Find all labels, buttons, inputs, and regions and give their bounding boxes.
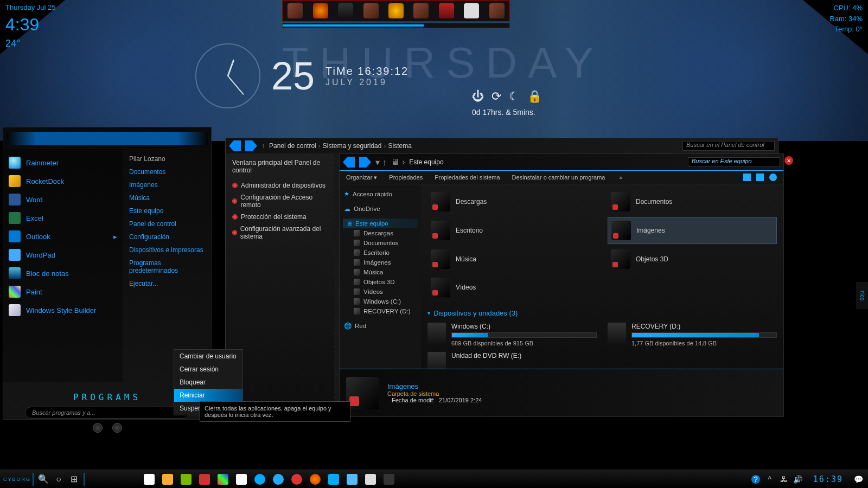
tree-onedrive[interactable]: OneDrive [343,203,418,214]
folder-item[interactable]: Documentos [608,189,777,215]
taskbar-app-generic[interactable] [344,472,360,487]
address-bar[interactable]: Este equipo [409,158,443,166]
taskbar-clock[interactable]: 16:39 [808,474,848,484]
start-power-menu-button[interactable] [112,423,122,433]
start-app-rainmeter[interactable]: Rainmeter [7,153,119,172]
taskbar-app-generic[interactable] [381,472,397,487]
lock-icon[interactable]: 🔒 [527,89,542,104]
close-button[interactable]: ✕ [784,156,793,165]
devices-section-header[interactable]: Dispositivos y unidades (3) [427,309,777,317]
start-app-excel[interactable]: Excel [7,209,119,227]
tray-help-icon[interactable]: ? [751,475,760,484]
dock-item[interactable] [489,3,505,18]
taskbar-app-maxthon[interactable] [326,472,342,487]
tree-item[interactable]: RECOVERY (D:) [353,306,418,316]
taskbar-app-generic[interactable] [215,472,231,487]
tray-network-icon[interactable]: 🖧 [780,475,788,484]
tree-item[interactable]: Imágenes [353,258,418,267]
tree-network[interactable]: 🌐 Red [343,320,418,331]
start-app-bloc-de-notas[interactable]: Bloc de notas [7,264,119,282]
start-place-link[interactable]: Música [128,191,206,204]
tree-item[interactable]: Escritorio [353,248,418,258]
cp-side-link[interactable]: Configuración de Acceso remoto [232,191,328,211]
taskbar-app-ccleaner[interactable] [289,472,305,487]
start-place-link[interactable]: Este equipo [128,204,206,217]
taskbar-app-nvidia[interactable] [178,472,194,487]
back-button[interactable] [343,157,355,168]
sleep-icon[interactable]: ☾ [509,89,520,104]
folder-item[interactable]: Imágenes [608,217,777,244]
toolbar-properties[interactable]: Propiedades [389,174,423,181]
taskbar-app-store[interactable] [141,472,157,487]
toolbar-sysproperties[interactable]: Propiedades del sistema [435,174,500,181]
taskbar-app-firefox[interactable] [307,472,323,487]
toolbar-uninstall[interactable]: Desinstalar o cambiar un programa [512,174,605,181]
folder-item[interactable]: Música [427,246,597,272]
start-place-link[interactable]: Dispositivos e impresoras [128,243,206,256]
taskbar-app-generic[interactable] [196,472,213,487]
right-edge-tab[interactable]: nico [856,282,868,309]
start-power-button[interactable] [93,423,103,433]
dock-item[interactable] [439,3,454,18]
tree-item[interactable]: Música [353,267,418,277]
tree-item[interactable]: Descargas [353,228,418,238]
drive-item[interactable]: RECOVERY (D:)1,77 GB disponibles de 14,8… [608,323,777,346]
dock-item[interactable] [464,3,479,18]
power-menu-item[interactable]: Cambiar de usuario [174,350,242,363]
start-place-link[interactable]: Documentos [128,165,206,178]
cp-search-input[interactable]: Buscar en el Panel de control [682,141,775,151]
tree-item[interactable]: Documentos [353,238,418,248]
start-app-word[interactable]: Word [7,190,119,209]
start-app-windows-style-builder[interactable]: Windows Style Builder [7,301,119,319]
taskbar-app-mail[interactable] [233,472,250,487]
start-app-outlook[interactable]: Outlook▸ [7,227,119,246]
taskview-icon[interactable]: ⊞ [66,472,81,487]
folder-item[interactable]: Descargas [427,189,597,215]
explorer-search-input[interactable]: Buscar en Este equipo [688,157,780,167]
start-place-link[interactable]: Configuración [128,230,206,243]
help-icon[interactable] [769,174,777,181]
tray-chevron-up-icon[interactable]: ^ [765,475,774,484]
start-app-paint[interactable]: Paint [7,282,119,301]
tray-notifications-icon[interactable]: 💬 [854,475,863,484]
taskbar-app-generic[interactable] [159,472,176,487]
tree-quick-access[interactable]: Acceso rápido [343,189,418,199]
tree-this-pc[interactable]: Este equipo [343,219,418,228]
power-menu-item[interactable]: Cerrar sesión [174,363,242,376]
start-place-link[interactable]: Imágenes [128,178,206,191]
folder-item[interactable]: Escritorio [427,217,597,244]
toolbar-more[interactable]: » [619,174,622,181]
search-icon[interactable]: 🔍 [36,472,51,487]
cp-side-link[interactable]: Administrador de dispositivos [232,179,328,191]
folder-item[interactable]: Objetos 3D [608,246,777,272]
tree-item[interactable]: Vídeos [353,287,418,297]
taskbar-app-ie[interactable] [270,472,286,487]
folder-item[interactable]: Vídeos [427,274,597,300]
dock-item[interactable] [288,3,303,18]
preview-icon[interactable] [756,174,764,181]
drive-item[interactable]: Windows (C:)689 GB disponibles de 915 GB [427,323,597,346]
power-icon[interactable]: ⏻ [472,89,484,104]
power-menu-item[interactable]: Reiniciar [174,389,242,402]
taskbar-app-edge[interactable] [252,472,268,487]
drive-item[interactable]: Unidad de DVD RW (E:) [427,352,597,369]
toolbar-organize[interactable]: Organizar ▾ [346,174,377,181]
tray-volume-icon[interactable]: 🔊 [794,475,802,484]
tree-item[interactable]: Windows (C:) [353,297,418,306]
start-search-input[interactable]: Buscar programas y a... [25,407,189,419]
dock-item[interactable] [338,3,353,18]
start-place-link[interactable]: Panel de control [128,217,206,230]
restart-icon[interactable]: ⟳ [492,89,501,104]
back-button[interactable] [229,140,241,151]
dock-item[interactable] [313,3,328,18]
forward-button[interactable] [245,140,257,151]
cortana-icon[interactable]: ○ [51,472,66,487]
cp-side-link[interactable]: Protección del sistema [232,211,328,223]
forward-button[interactable] [359,157,371,168]
tree-item[interactable]: Objetos 3D [353,277,418,287]
breadcrumb[interactable]: Panel de control›Sistema y seguridad›Sis… [269,142,412,150]
power-menu-item[interactable]: Bloquear [174,376,242,389]
start-place-link[interactable]: Programas predeterminados [128,256,206,277]
dock-item[interactable] [388,3,404,18]
dock-item[interactable] [413,3,429,18]
